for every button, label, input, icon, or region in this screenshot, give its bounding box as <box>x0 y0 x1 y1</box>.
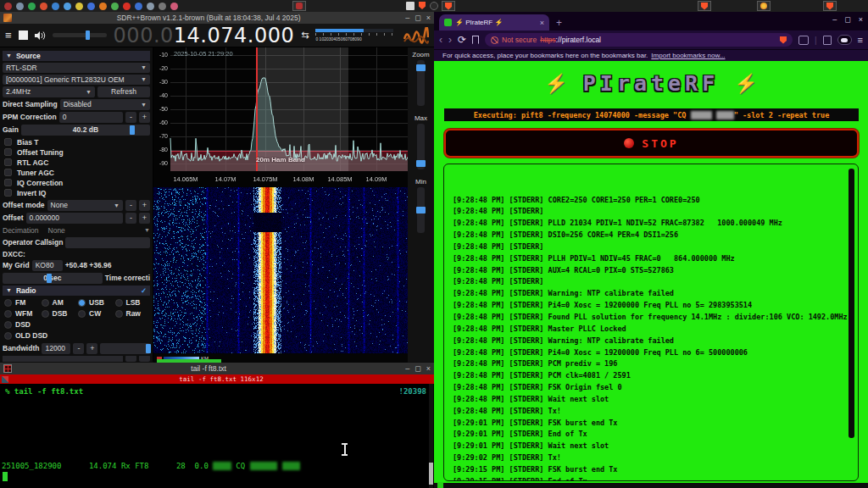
app-icon[interactable] <box>99 3 107 10</box>
bandwidth-decrement-button[interactable]: - <box>73 343 84 354</box>
min-slider-handle[interactable] <box>416 207 426 214</box>
new-tab-button[interactable]: + <box>556 17 562 30</box>
radio-dot[interactable] <box>4 332 12 340</box>
offset-mode-select[interactable]: None▼ <box>47 200 123 211</box>
radio-dot[interactable] <box>42 299 49 307</box>
radio-dot[interactable] <box>4 299 12 307</box>
terminal-scrollbar-thumb[interactable] <box>429 463 433 485</box>
sidebar-icon[interactable] <box>798 36 809 45</box>
waterfall-display[interactable]: KM <box>153 187 408 363</box>
log-scrollbar-thumb[interactable] <box>849 169 854 438</box>
speaker-icon[interactable] <box>35 30 46 41</box>
tray-firefox-icon[interactable] <box>757 1 771 11</box>
checkbox-row[interactable]: RTL AGC <box>3 158 150 168</box>
refresh-button[interactable]: Refresh <box>97 86 150 97</box>
demod-mode-option[interactable]: LSB <box>114 298 151 308</box>
bandwidth-slider[interactable] <box>100 343 150 354</box>
window-list-icon[interactable] <box>406 2 415 10</box>
browser-menu-icon[interactable]: ≡ <box>858 35 863 45</box>
offset-mode-increment-button[interactable]: + <box>139 200 150 211</box>
demod-mode-option[interactable]: WFM <box>3 309 40 319</box>
spectrum-display[interactable]: 2025-10-05 21:29:20 -10 -20 -30 -40 -50 … <box>153 47 408 187</box>
radio-dot[interactable] <box>78 310 86 318</box>
taskbar-app-icons[interactable] <box>0 3 178 10</box>
import-bookmarks-link[interactable]: Import bookmarks now... <box>651 52 725 59</box>
checkbox[interactable] <box>4 138 12 146</box>
terminal-titlebar[interactable]: tail -f ft8.txt – ◻ × <box>0 363 434 374</box>
tab-piraterf[interactable]: ⚡ PIrateRF ⚡ × <box>439 14 549 30</box>
menu-icon[interactable]: ≡ <box>5 30 12 41</box>
callsign-input[interactable] <box>65 237 150 248</box>
app-icon[interactable] <box>16 3 24 10</box>
max-slider-handle[interactable] <box>416 160 426 167</box>
sdr-close-button[interactable]: × <box>426 14 431 22</box>
checkbox-row[interactable]: Invert IQ <box>3 188 150 198</box>
log-output-box[interactable]: [9:28:48 PM] [STDERR] CORE2=250 CORE1=25… <box>443 164 859 481</box>
browser-close-button[interactable]: × <box>859 15 863 24</box>
brave-shield-icon[interactable] <box>780 36 787 44</box>
checkbox-row[interactable]: Offset Tuning <box>3 147 150 158</box>
tray-brave-icon-2[interactable] <box>698 1 711 11</box>
demod-mode-option[interactable]: Raw <box>114 309 151 319</box>
swap-vfo-icon[interactable]: ⇆ <box>301 30 309 40</box>
sdr-maximize-button[interactable]: ◻ <box>415 14 420 22</box>
terminal-scrollbar[interactable] <box>429 384 433 488</box>
radio-dot[interactable] <box>78 299 86 307</box>
offset-mode-decrement-button[interactable]: - <box>125 200 136 211</box>
offset-decrement-button[interactable]: - <box>125 213 136 224</box>
volume-slider[interactable] <box>53 33 107 37</box>
volume-slider-handle[interactable] <box>86 30 90 40</box>
bookmark-icon[interactable] <box>472 36 479 44</box>
checkbox-row[interactable]: Tuner AGC <box>3 168 150 178</box>
demod-mode-option[interactable]: FM <box>3 298 40 308</box>
app-icon[interactable] <box>135 3 142 10</box>
app-icon[interactable] <box>111 3 119 10</box>
browser-maximize-button[interactable]: ◻ <box>844 15 850 24</box>
browser-minimize-button[interactable]: – <box>832 15 837 24</box>
checkbox[interactable] <box>4 189 12 197</box>
checkbox[interactable] <box>4 158 12 166</box>
radio-enabled-check-icon[interactable]: ✓ <box>141 286 147 295</box>
demod-mode-option[interactable]: AM <box>40 298 77 308</box>
brave-shield-icon[interactable] <box>419 2 427 10</box>
clipped-button-1[interactable] <box>125 356 136 362</box>
app-icon[interactable] <box>170 3 178 10</box>
zoom-slider[interactable] <box>417 60 425 106</box>
bandwidth-slider-handle[interactable] <box>146 344 151 353</box>
min-slider[interactable] <box>417 187 425 233</box>
stop-playback-button[interactable] <box>19 30 28 40</box>
terminal-maximize-button[interactable]: ◻ <box>415 364 420 373</box>
terminal-minimize-button[interactable]: – <box>405 364 409 373</box>
checkbox[interactable] <box>4 169 12 176</box>
address-bar[interactable]: Not secure https://piraterf.local <box>485 33 793 47</box>
sdr-minimize-button[interactable]: – <box>405 14 409 22</box>
radio-dot[interactable] <box>4 310 12 318</box>
frequency-display[interactable]: 000.014.074.000 <box>114 24 295 47</box>
time-correction-handle[interactable] <box>47 274 52 283</box>
sdr-titlebar[interactable]: SDR++Brown v1.2.1-brown (Built at 18:04:… <box>0 12 434 24</box>
max-slider[interactable] <box>417 124 425 169</box>
app-icon[interactable] <box>87 3 95 10</box>
clipped-slider[interactable] <box>3 356 123 362</box>
device-select[interactable]: [00000001] Generic RTL2832U OEM▼ <box>3 75 150 85</box>
source-section-header[interactable]: ▼ Source <box>3 51 150 61</box>
reading-list-icon[interactable] <box>823 36 832 45</box>
profile-icon[interactable] <box>837 35 852 45</box>
stop-button[interactable]: STOP <box>444 129 859 158</box>
demod-mode-option[interactable]: USB <box>76 298 114 308</box>
ppm-input[interactable]: 0 <box>59 112 123 123</box>
back-icon[interactable]: ‹ <box>439 35 442 45</box>
clipped-button-2[interactable] <box>139 356 150 362</box>
checkbox[interactable] <box>4 148 12 156</box>
mygrid-input[interactable]: KO80 <box>32 260 63 271</box>
time-correction-slider[interactable]: 0 sec <box>3 273 103 284</box>
tray-brave-icon-3[interactable] <box>823 1 837 11</box>
checkbox-row[interactable]: Bias T <box>3 137 150 147</box>
reload-icon[interactable]: ⟳ <box>458 35 466 45</box>
app-icon[interactable] <box>52 3 59 10</box>
samplerate-select[interactable]: 2.4MHz▼ <box>3 86 95 97</box>
direct-sampling-select[interactable]: Disabled▼ <box>60 99 150 110</box>
demod-mode-option[interactable]: DSB <box>40 309 77 319</box>
tray-brave-icon[interactable] <box>442 1 455 11</box>
demod-mode-option[interactable]: CW <box>76 309 114 319</box>
